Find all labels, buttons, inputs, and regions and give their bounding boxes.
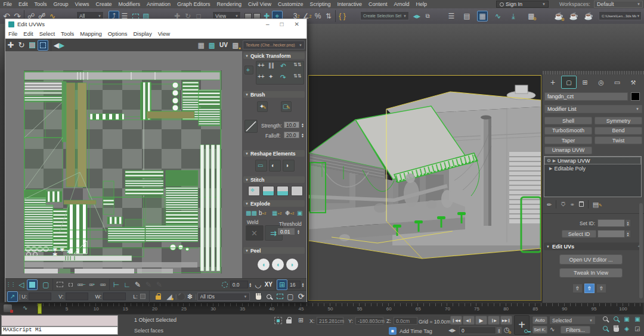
falloff-spinner[interactable]: ▲▼ [300,132,305,138]
strength-field[interactable]: 10.0 [284,122,299,128]
filter-selected-faces-icon[interactable]: ◢ [164,291,175,302]
menu-create[interactable]: Create [92,0,115,8]
qt-align-left-icon[interactable]: ++ [258,73,265,80]
qt-rotate-cw-icon[interactable]: ↷ [280,73,286,82]
uvw-menu-edit[interactable]: Edit [20,30,36,37]
z-field[interactable]: 0.0cm [394,317,417,325]
reshape-rectangularize-icon[interactable]: ◑ [283,160,295,172]
qt-align-h-icon[interactable]: ++ [258,62,265,69]
peel-reset-icon[interactable]: ◗ [286,259,298,270]
maximize-button[interactable]: □ [280,21,284,27]
edit-uvws-titlebar[interactable]: Edit UVWs – □ ✕ [5,19,306,29]
threshold-field[interactable]: 0.01 [278,228,295,235]
visibility-eye-icon[interactable]: ⊙ [547,158,551,163]
toggle-ribbon-icon[interactable]: ▦ [477,11,488,21]
align-icon[interactable]: ⧉ [422,11,433,21]
uv-move-icon[interactable]: ✚ [5,40,16,51]
spinner-snap-icon[interactable]: ⇅ [323,11,334,21]
modifier-button-shell[interactable]: Shell [544,117,592,125]
v-field[interactable] [66,293,88,300]
frame-nudge-icon[interactable]: ◀▶ [448,328,456,333]
edge-mode-icon[interactable]: ◁ [16,279,27,290]
prev-frame-icon[interactable]: ◀❙ [463,316,475,325]
panel-drag-handle[interactable] [543,71,644,74]
object-name-field[interactable]: fangdn_czt [544,92,628,101]
weld-selected-icon[interactable]: ✕ [246,225,264,241]
absolute-typein-icon[interactable]: ↗ [7,291,18,302]
pan-hand-icon[interactable] [253,291,264,302]
close-button[interactable]: ✕ [295,21,299,27]
menu-civil-view[interactable]: Civil View [245,0,275,8]
paint-select-grow-icon[interactable]: ✎ [143,279,154,290]
x-field[interactable]: 215.281cm [317,317,343,325]
grid-size-field[interactable]: 16 [287,281,301,288]
face-mode-icon[interactable] [27,279,38,290]
uv-freeform-icon[interactable] [38,40,48,51]
modifier-button-taper[interactable]: Taper [544,136,592,144]
timeline-curves-icon[interactable]: ∿ [23,304,27,311]
menu-edit[interactable]: Edit [16,0,32,8]
go-to-start-icon[interactable]: ❙◀◀ [450,316,462,325]
menu-animation[interactable]: Animation [143,0,174,8]
filters-button[interactable]: Filters... [561,326,590,334]
quick-planar-map-icon[interactable]: ⇮ [572,284,583,293]
maximize-viewport-icon[interactable]: ◲ [632,325,643,335]
rollout-peel[interactable]: ▼Peel [243,247,305,254]
configure-modifier-sets-icon[interactable]: ▤✎ [593,201,602,209]
menu-customize[interactable]: Customize [274,0,306,8]
go-to-end-icon[interactable]: ▶▶❙ [500,316,512,325]
quick-peel-icon[interactable]: ⇮ [596,284,606,293]
qt-linear-align-icon[interactable]: ✦ [268,73,273,80]
render-frame-window-icon[interactable]: ☕ [568,11,579,21]
modifier-button-bend[interactable]: Bend [595,127,642,135]
uvw-menu-select[interactable]: Select [36,30,58,37]
viewport-perspective[interactable] [308,75,541,301]
all-ids-dropdown[interactable]: All IDs▼ [197,293,250,301]
rollout-quick-transform[interactable]: ▼Quick Transform [243,52,305,59]
timeline-key-icon[interactable] [4,304,12,312]
zoom-tool-icon[interactable] [264,291,274,302]
render-setup-icon[interactable]: ☕⚙ [553,11,564,21]
menu-group[interactable]: Group [50,0,72,8]
falloff-curve-icon[interactable]: ◡ [253,279,264,290]
uv-mirror-icon[interactable]: ◀▶ [54,40,64,51]
timeline-playhead[interactable] [38,303,42,314]
maxscript-listener-field[interactable]: MAXScript Mi [1,326,118,335]
auto-key-button[interactable]: Auto [532,316,547,324]
texture-icon[interactable]: ▩● [230,40,241,51]
open-uv-editor-button[interactable]: Open UV Editor ... [559,254,623,265]
timeline-ruler[interactable]: 5101520253035404550556065707580859095100 [37,303,643,314]
object-color-swatch[interactable] [631,92,640,101]
minimize-button[interactable]: – [266,21,270,27]
brush-move-icon[interactable]: ✦✎ [257,101,268,112]
zoom-extents-icon[interactable]: ▣ [621,316,632,325]
select-loop-icon[interactable]: ooo─ [76,279,86,290]
sign-in-button[interactable]: Sign In ▼ [496,1,549,8]
select-loop-grow-icon[interactable]: oo+ [86,279,97,290]
qt-space-h-icon[interactable]: ⇅⇅ [293,62,301,67]
strength-spinner[interactable]: ▲▼ [300,122,305,128]
show-end-result-icon[interactable]: ⎏ [561,201,565,208]
peel-quick-icon[interactable]: ◖ [258,259,270,270]
set-id-spinner[interactable]: ▲▼ [625,219,631,227]
modifier-button-symmetry[interactable]: Symmetry [595,117,642,125]
make-unique-icon[interactable]: ⚭ [569,201,574,208]
uv-scale-icon[interactable] [27,40,38,51]
set-keys-button[interactable]: + [514,315,530,335]
grow-selection-icon[interactable] [54,279,65,290]
qt-pivot-icon[interactable]: + [244,66,253,74]
lock-selection-icon[interactable] [153,291,164,302]
menu-scripting[interactable]: Scripting [306,0,334,8]
set-key-button[interactable]: Set K. [532,326,547,334]
rollout-stitch[interactable]: ▼Stitch [243,176,305,183]
zoom-extents-all-icon[interactable]: ▣ [632,316,643,325]
selection-lock-icon[interactable] [286,319,292,325]
named-selection-set-dropdown[interactable]: Create Selection Set▼ [360,11,409,20]
selection-lock-region-icon[interactable] [274,317,282,324]
falloff-field[interactable]: 20.0 [284,132,299,138]
hide-selected-icon[interactable]: ⚫ [177,291,185,302]
menu-file[interactable]: File [0,0,16,8]
zoom-icon[interactable] [600,316,611,325]
material-editor-icon[interactable]: ▩⚙ [526,11,537,21]
reshape-straighten-icon[interactable]: ▭ [255,160,267,172]
